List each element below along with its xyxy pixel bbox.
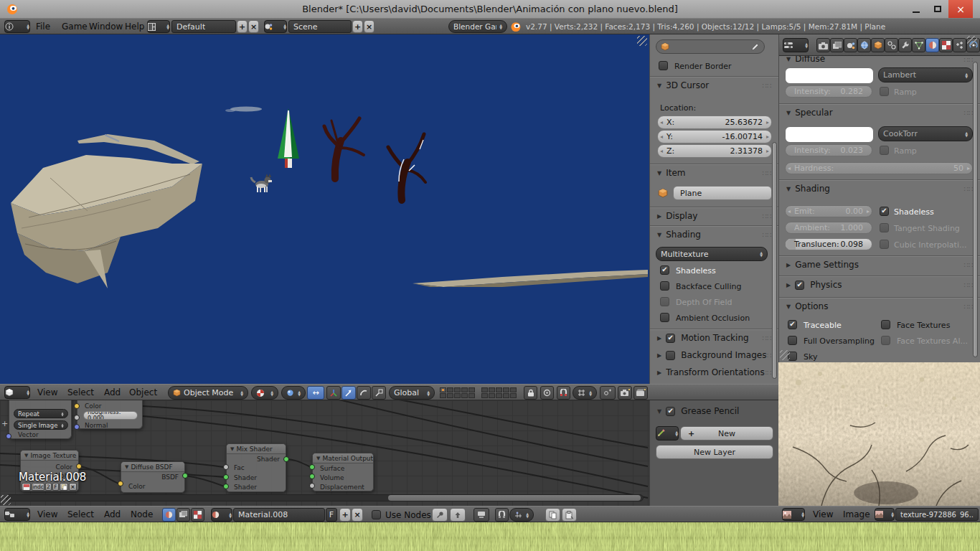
panel-header-game-settings[interactable]: Game Settings <box>779 260 980 270</box>
manipulator-toggle[interactable]: ↔ <box>307 386 324 400</box>
layer-toggle[interactable] <box>496 387 502 392</box>
3d-viewport[interactable] <box>0 34 649 384</box>
sidebar-scrollbar[interactable] <box>772 142 777 379</box>
node-diffuse-bsdf[interactable]: Diffuse BSDF BSDF Color <box>121 461 185 493</box>
tab-object-data[interactable] <box>912 38 925 52</box>
shader2-input-socket[interactable] <box>223 484 229 489</box>
panel-header-shading[interactable]: Shading <box>779 184 980 194</box>
menu-view[interactable]: View <box>34 507 60 522</box>
decrement-icon[interactable] <box>660 131 663 143</box>
cubic-interpolation-checkbox[interactable] <box>880 240 889 249</box>
increment-icon[interactable] <box>766 116 769 128</box>
panel-header-motion-tracking[interactable]: Motion Tracking <box>650 333 778 343</box>
node-material-output[interactable]: Material Output Surface Volume Displacem… <box>312 453 374 491</box>
manipulator-translate-axes-button[interactable] <box>326 386 341 400</box>
layer-toggle[interactable] <box>481 393 488 398</box>
tex-source-select[interactable]: Single Image <box>14 420 68 430</box>
roughness-input-socket[interactable] <box>74 415 80 420</box>
panel-grip-icon[interactable] <box>762 334 771 342</box>
material-fake-user-chip[interactable]: F <box>52 483 59 491</box>
decrement-icon[interactable] <box>660 145 663 157</box>
cursor-y-field[interactable]: Y:-16.00714 <box>657 130 772 143</box>
fac-input-socket[interactable] <box>223 464 229 470</box>
roughness-field[interactable]: Roughness: 0.000 <box>83 411 138 420</box>
object-name-field[interactable]: Plane <box>673 186 772 200</box>
collapse-triangle-icon[interactable] <box>24 453 28 458</box>
depth-of-field-checkbox[interactable] <box>660 297 669 306</box>
scene-field[interactable]: Scene <box>288 20 352 33</box>
panel-header-physics[interactable]: Physics <box>779 280 980 290</box>
area-resize-grip[interactable] <box>780 350 790 360</box>
node-hscrollbar-thumb[interactable] <box>388 495 641 501</box>
panel-header-grease-pencil[interactable]: Grease Pencil <box>650 406 778 416</box>
grease-pencil-source-select[interactable] <box>656 426 679 441</box>
shadeless-checkbox[interactable] <box>660 265 669 275</box>
backface-culling-checkbox[interactable] <box>660 281 669 291</box>
layer-toggle[interactable] <box>510 387 517 392</box>
panel-header-diffuse[interactable]: Diffuse <box>779 56 980 63</box>
minimize-button[interactable] <box>905 0 927 18</box>
diffuse-shader-select[interactable]: Lambert <box>878 67 973 83</box>
layer-toggle[interactable] <box>447 393 453 398</box>
layer-toggle[interactable] <box>489 387 495 392</box>
interaction-mode-select[interactable]: Object Mode <box>168 386 248 400</box>
maximize-button[interactable] <box>927 0 948 18</box>
increment-icon[interactable] <box>766 131 769 143</box>
render-opengl-anim-button[interactable] <box>633 386 648 400</box>
hardness-slider[interactable]: Hardness:50 <box>785 162 973 174</box>
panel-header-3d-cursor[interactable]: 3D Cursor <box>650 80 778 90</box>
volume-input-socket[interactable] <box>309 474 315 479</box>
go-to-parent-button[interactable] <box>450 508 466 522</box>
layer-toggle[interactable] <box>481 387 488 392</box>
snap-element-select[interactable] <box>573 386 597 400</box>
material-browse-button[interactable] <box>211 508 232 522</box>
unlink-material-button[interactable] <box>352 508 363 522</box>
layer-toggle[interactable] <box>503 393 509 398</box>
shader-type-texture-button[interactable] <box>191 508 204 522</box>
increment-icon[interactable] <box>967 163 970 174</box>
panel-grip-icon[interactable] <box>963 56 973 63</box>
proportional-edit-button[interactable] <box>540 386 554 400</box>
pin-button[interactable] <box>432 508 448 522</box>
tab-constraints[interactable] <box>885 38 898 52</box>
shadeless-checkbox[interactable] <box>880 207 889 216</box>
node-bsdf-properties[interactable]: Color Roughness: 0.000 Normal <box>77 400 143 429</box>
shader-type-material-button[interactable] <box>162 508 176 522</box>
tab-render-layers[interactable] <box>830 38 844 52</box>
material-copy-chip[interactable] <box>60 483 68 491</box>
vector-input-socket[interactable] <box>6 433 11 439</box>
screen-layout-browse-button[interactable] <box>147 20 170 33</box>
manipulator-translate-button[interactable] <box>341 386 356 400</box>
node-snap-toggle-button[interactable] <box>495 508 509 522</box>
panel-grip-icon[interactable] <box>762 369 771 377</box>
full-oversampling-checkbox[interactable] <box>788 336 797 345</box>
close-button[interactable]: × <box>948 0 973 18</box>
face-textures-checkbox[interactable] <box>881 320 890 329</box>
grease-pencil-new-button[interactable]: + New <box>680 426 773 441</box>
render-opengl-image-button[interactable] <box>618 386 632 400</box>
tab-modifiers[interactable] <box>898 38 912 52</box>
panel-grip-icon[interactable] <box>762 82 771 90</box>
panel-grip-icon[interactable] <box>762 169 771 177</box>
shading-mode-select[interactable]: Multitexture <box>656 247 768 261</box>
material-name-chip[interactable]: indc <box>32 483 44 491</box>
background-images-checkbox[interactable] <box>666 351 675 360</box>
motion-tracking-checkbox[interactable] <box>666 334 675 343</box>
physics-checkbox[interactable] <box>795 281 804 290</box>
add-scene-button[interactable] <box>352 20 363 33</box>
panel-grip-icon[interactable] <box>963 261 973 269</box>
node-editor-type-button[interactable] <box>4 508 30 521</box>
panel-header-item[interactable]: Item <box>650 168 778 178</box>
menu-object[interactable]: Object <box>126 385 160 400</box>
layer-toggle[interactable] <box>503 387 509 392</box>
layer-toggle[interactable] <box>496 393 502 398</box>
panel-grip-icon[interactable] <box>762 231 771 239</box>
engine-select[interactable]: Blender Game <box>448 20 507 33</box>
menu-view[interactable]: View <box>34 385 60 400</box>
layer-toggle[interactable] <box>454 393 461 398</box>
viewport-shading-select[interactable] <box>251 386 278 400</box>
menu-view[interactable]: View <box>810 507 836 522</box>
decrement-icon[interactable] <box>660 116 663 128</box>
copy-nodes-button[interactable] <box>545 508 560 522</box>
panel-grip-icon[interactable] <box>963 109 973 117</box>
